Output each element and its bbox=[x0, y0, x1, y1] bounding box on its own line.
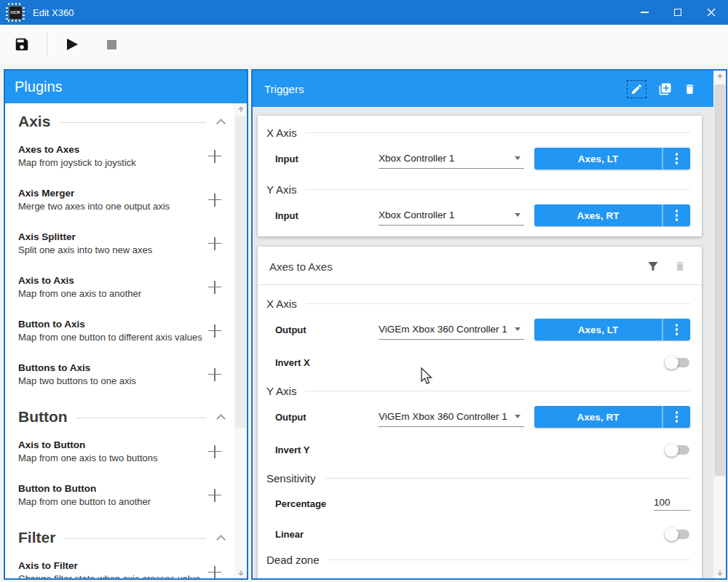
add-plugin-button[interactable] bbox=[208, 445, 221, 458]
plugin-description: Map from one button to different axis va… bbox=[18, 332, 202, 343]
linear-toggle[interactable] bbox=[665, 527, 689, 541]
section-header-button[interactable]: Button bbox=[18, 406, 227, 428]
binding-menu-button[interactable] bbox=[663, 148, 690, 170]
dot bbox=[676, 420, 678, 423]
chevron-up-icon[interactable] bbox=[216, 414, 226, 423]
dot bbox=[676, 218, 678, 221]
chevron-up-icon[interactable] bbox=[216, 119, 226, 128]
binding-button[interactable]: Axes, LT bbox=[534, 319, 662, 340]
triggers-title: Triggers bbox=[264, 83, 304, 95]
scroll-down-arrow[interactable] bbox=[713, 566, 726, 578]
plugin-title: Axis Merger bbox=[18, 188, 202, 199]
add-plugin-button[interactable] bbox=[208, 237, 221, 250]
group-rule bbox=[305, 189, 690, 190]
group-y-axis: Y Axis bbox=[266, 181, 690, 197]
add-plugin-button[interactable] bbox=[208, 150, 221, 163]
scroll-down-arrow[interactable] bbox=[234, 566, 247, 578]
sidebar-scrollbar[interactable] bbox=[234, 103, 247, 578]
plugin-text: Axis to Axis Map from one axis to anothe… bbox=[18, 275, 208, 299]
add-plugin-button[interactable] bbox=[208, 489, 221, 502]
dot bbox=[676, 415, 678, 418]
maximize-icon bbox=[674, 9, 681, 16]
output-row: Output ViGEm Xbox 360 Controller 1 Axes,… bbox=[275, 319, 690, 340]
toggle-label: Invert Y bbox=[275, 445, 665, 455]
trash-icon-disabled[interactable] bbox=[674, 260, 686, 272]
stop-button[interactable] bbox=[107, 40, 116, 49]
section-header-filter[interactable]: Filter bbox=[18, 527, 227, 549]
app-icon: UCR bbox=[6, 3, 25, 22]
list-item: Buttons to Axis Map two buttons to one a… bbox=[18, 362, 227, 386]
toggle-label: Invert X bbox=[275, 357, 665, 368]
section-rule bbox=[76, 418, 206, 418]
group-label: Y Axis bbox=[266, 385, 296, 397]
add-plugin-button[interactable] bbox=[208, 368, 221, 381]
invert-y-toggle[interactable] bbox=[665, 442, 689, 457]
section-header-axis[interactable]: Axis bbox=[18, 111, 227, 132]
scroll-up-arrow[interactable] bbox=[713, 71, 726, 83]
plugin-text: Axis Splitter Split one axis into two ne… bbox=[18, 231, 208, 255]
close-button[interactable] bbox=[695, 0, 728, 25]
minimize-button[interactable] bbox=[628, 0, 661, 25]
section-rule bbox=[59, 122, 206, 123]
chevron-up-icon[interactable] bbox=[216, 535, 226, 544]
binding-menu-button[interactable] bbox=[663, 319, 690, 340]
add-plugin-button[interactable] bbox=[208, 194, 221, 207]
dot bbox=[676, 411, 678, 414]
delete-button[interactable] bbox=[684, 83, 696, 95]
group-rule bbox=[306, 132, 690, 133]
dot bbox=[676, 162, 678, 164]
chevron-down-icon bbox=[515, 327, 521, 331]
edit-button[interactable] bbox=[627, 80, 646, 98]
invert-x-row: Invert X bbox=[275, 352, 690, 372]
list-item: Axis Splitter Split one axis into two ne… bbox=[18, 231, 227, 255]
binding-button-group: Axes, RT bbox=[534, 406, 690, 428]
play-button[interactable] bbox=[67, 39, 78, 50]
plugin-title: Axis to Button bbox=[18, 439, 202, 450]
binding-button[interactable]: Axes, LT bbox=[534, 148, 662, 170]
binding-button[interactable]: Axes, RT bbox=[534, 406, 662, 428]
section-title: Filter bbox=[18, 529, 55, 546]
group-label: Sensitivity bbox=[266, 472, 316, 485]
divider bbox=[258, 284, 702, 285]
field-label: Input bbox=[275, 210, 379, 221]
toolbar bbox=[0, 25, 728, 64]
titlebar: UCR Edit X360 bbox=[0, 0, 728, 25]
device-select[interactable]: Xbox Controller 1 bbox=[379, 205, 524, 226]
device-select[interactable]: ViGEm Xbox 360 Controller 1 bbox=[379, 407, 524, 427]
plugins-panel-header: Plugins bbox=[5, 71, 247, 103]
maximize-button[interactable] bbox=[661, 0, 695, 25]
dot bbox=[676, 210, 678, 212]
plugin-title: Axes to Axes bbox=[18, 144, 202, 155]
binding-button[interactable]: Axes, RT bbox=[534, 204, 662, 226]
scroll-up-arrow[interactable] bbox=[234, 103, 247, 116]
invert-x-toggle[interactable] bbox=[665, 355, 689, 370]
dot bbox=[676, 332, 678, 335]
duplicate-button[interactable] bbox=[658, 82, 672, 96]
toggle-knob bbox=[665, 356, 678, 370]
add-plugin-button[interactable] bbox=[208, 324, 221, 338]
toggle-label: Linear bbox=[275, 529, 665, 540]
dot bbox=[676, 157, 678, 160]
device-select[interactable]: Xbox Controller 1 bbox=[379, 148, 524, 169]
group-x-axis: X Axis bbox=[266, 295, 690, 311]
scrollbar-thumb[interactable] bbox=[714, 84, 725, 476]
dot bbox=[676, 214, 678, 217]
binding-menu-button[interactable] bbox=[663, 406, 690, 428]
add-plugin-button[interactable] bbox=[208, 566, 221, 579]
list-item: Button to Axis Map from one button to di… bbox=[18, 319, 227, 343]
binding-button-group: Axes, LT bbox=[534, 319, 690, 340]
list-item: Button to Button Map from one button to … bbox=[18, 483, 227, 507]
binding-menu-button[interactable] bbox=[663, 204, 690, 226]
triggers-header: Triggers bbox=[253, 71, 713, 107]
save-button[interactable] bbox=[14, 36, 30, 52]
plugin-card: Axes to Axes X Axis Output bbox=[258, 247, 702, 578]
plugin-title: Axis Splitter bbox=[18, 231, 202, 242]
device-select[interactable]: ViGEm Xbox 360 Controller 1 bbox=[379, 319, 524, 340]
scrollbar-thumb[interactable] bbox=[235, 116, 246, 428]
linear-row: Linear bbox=[275, 524, 690, 544]
filter-funnel-icon[interactable] bbox=[646, 260, 660, 273]
add-plugin-button[interactable] bbox=[208, 281, 221, 294]
percentage-input[interactable]: 100 bbox=[654, 497, 690, 511]
main-scrollbar[interactable] bbox=[713, 71, 726, 578]
editor-panel: Triggers X Axis bbox=[251, 69, 727, 580]
